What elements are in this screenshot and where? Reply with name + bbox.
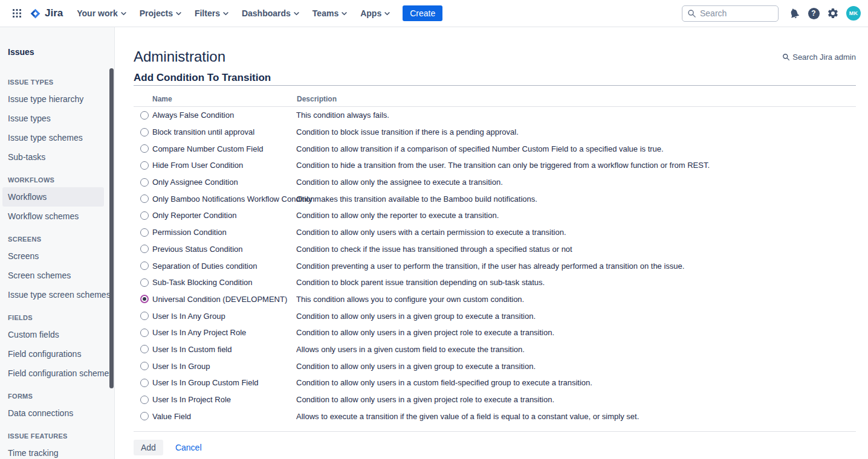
chevron-down-icon [223, 11, 228, 16]
condition-radio[interactable] [140, 312, 149, 320]
sidebar-item-screen-schemes[interactable]: Screen schemes [2, 266, 104, 285]
condition-description: Condition to allow only users with a cer… [296, 228, 856, 237]
search-jira-admin-label: Search Jira admin [792, 53, 856, 62]
sidebar-scrollbar[interactable] [109, 68, 114, 388]
condition-radio[interactable] [140, 228, 149, 237]
condition-radio[interactable] [140, 262, 149, 270]
nav-item-label: Dashboards [242, 8, 291, 18]
nav-item-teams[interactable]: Teams [306, 4, 354, 23]
condition-row-sub-task-blocking-condition[interactable]: Sub-Task Blocking ConditionCondition to … [134, 274, 856, 291]
sidebar-item-issue-types[interactable]: Issue types [2, 109, 104, 128]
notifications-button[interactable] [785, 4, 804, 23]
sidebar-item-screens[interactable]: Screens [2, 246, 104, 266]
jira-logo-text: Jira [45, 7, 63, 19]
cancel-link[interactable]: Cancel [175, 443, 202, 452]
condition-radio[interactable] [140, 345, 149, 353]
sidebar-item-time-tracking[interactable]: Time tracking [2, 443, 104, 459]
condition-description: Condition to block parent issue transiti… [296, 278, 856, 287]
column-header-description: Description [297, 95, 856, 103]
condition-radio[interactable] [140, 161, 149, 170]
sidebar-section-header-fields: FIELDS [8, 314, 106, 322]
main-header: Administration Search Jira admin [134, 49, 856, 65]
condition-description: This condition always fails. [296, 111, 856, 120]
jira-logo[interactable]: Jira [29, 7, 63, 20]
sidebar-section-header-screens: SCREENS [8, 236, 106, 243]
condition-description: Condition to allow only users in a given… [296, 328, 856, 337]
condition-row-value-field[interactable]: Value FieldAllows to execute a transitio… [134, 408, 856, 425]
nav-item-filters[interactable]: Filters [188, 4, 235, 23]
user-avatar[interactable]: MK [846, 6, 861, 21]
sidebar-item-workflow-schemes[interactable]: Workflow schemes [2, 207, 104, 226]
nav-item-apps[interactable]: Apps [354, 4, 397, 23]
condition-row-user-is-in-custom-field[interactable]: User Is In Custom fieldAllows only users… [134, 341, 856, 358]
condition-radio[interactable] [140, 178, 149, 187]
condition-row-hide-from-user-condition[interactable]: Hide From User ConditionCondition to hid… [134, 157, 856, 174]
jira-admin-page: Jira Your workProjectsFiltersDashboardsT… [0, 0, 868, 459]
sidebar-item-data-connections[interactable]: Data connections [2, 403, 104, 423]
condition-row-user-is-in-any-group[interactable]: User Is In Any GroupCondition to allow o… [134, 307, 856, 324]
condition-radio[interactable] [140, 211, 149, 220]
search-input[interactable] [700, 8, 766, 18]
condition-radio[interactable] [140, 362, 149, 370]
nav-search-box[interactable] [682, 5, 779, 22]
condition-row-only-reporter-condition[interactable]: Only Reporter ConditionCondition to allo… [134, 207, 856, 224]
create-button[interactable]: Create [403, 5, 442, 21]
condition-row-permission-condition[interactable]: Permission ConditionCondition to allow o… [134, 224, 856, 241]
condition-description: This condition allows you to configure y… [296, 295, 856, 304]
sidebar-item-sub-tasks[interactable]: Sub-tasks [2, 147, 104, 167]
condition-name: Block transition until approval [152, 127, 296, 136]
admin-search-icon [782, 53, 790, 61]
condition-row-user-is-in-project-role[interactable]: User Is In Project RoleCondition to allo… [134, 391, 856, 408]
condition-radio[interactable] [140, 379, 149, 387]
nav-item-dashboards[interactable]: Dashboards [235, 4, 306, 23]
nav-item-label: Filters [195, 8, 220, 18]
condition-radio-selected[interactable] [140, 295, 149, 303]
condition-row-always-false-condition[interactable]: Always False ConditionThis condition alw… [134, 107, 856, 124]
settings-button[interactable] [823, 4, 843, 23]
chevron-down-icon [384, 11, 390, 16]
sidebar-item-issue-type-schemes[interactable]: Issue type schemes [2, 128, 104, 147]
condition-radio[interactable] [140, 111, 149, 120]
sidebar-item-field-configurations[interactable]: Field configurations [2, 344, 104, 364]
condition-description: Condition to allow only users in a custo… [296, 378, 856, 387]
condition-row-block-transition-until-approval[interactable]: Block transition until approvalCondition… [134, 124, 856, 141]
condition-name: Only Assignee Condition [152, 178, 296, 187]
condition-name: User Is In Any Group [152, 312, 296, 321]
nav-item-your-work[interactable]: Your work [70, 4, 132, 23]
help-button[interactable]: ? [804, 4, 823, 23]
condition-row-previous-status-condition[interactable]: Previous Status ConditionCondition to ch… [134, 241, 856, 258]
condition-row-user-is-in-group[interactable]: User Is In GroupCondition to allow only … [134, 358, 856, 374]
nav-item-label: Teams [313, 8, 338, 18]
nav-item-projects[interactable]: Projects [133, 4, 188, 23]
condition-name: Only Reporter Condition [152, 211, 296, 220]
condition-row-only-assignee-condition[interactable]: Only Assignee ConditionCondition to allo… [134, 174, 856, 191]
condition-radio[interactable] [140, 278, 149, 287]
sidebar-item-field-configuration-schemes[interactable]: Field configuration schemes [2, 364, 104, 383]
sidebar-title: Issues [8, 47, 106, 57]
condition-row-universal-condition-development[interactable]: Universal Condition (DEVELOPMENT)This co… [134, 291, 856, 308]
condition-radio[interactable] [140, 128, 149, 136]
condition-name: User Is In Any Project Role [152, 328, 296, 337]
condition-radio[interactable] [140, 144, 149, 153]
search-jira-admin-link[interactable]: Search Jira admin [782, 53, 856, 62]
condition-radio[interactable] [140, 245, 149, 253]
sidebar-item-custom-fields[interactable]: Custom fields [2, 325, 104, 344]
condition-row-compare-number-custom-field[interactable]: Compare Number Custom FieldCondition to … [134, 140, 856, 157]
condition-row-separation-of-duties-condition[interactable]: Separation of Duties conditionCondition … [134, 257, 856, 274]
sidebar-item-issue-type-screen-schemes[interactable]: Issue type screen schemes [2, 285, 104, 304]
condition-row-only-bamboo-notifications-workflow-condition[interactable]: Only Bamboo Notifications Workflow Condi… [134, 190, 856, 207]
sidebar-item-issue-type-hierarchy[interactable]: Issue type hierarchy [2, 89, 104, 109]
app-switcher-button[interactable] [7, 4, 27, 23]
condition-radio[interactable] [140, 412, 149, 420]
condition-row-user-is-in-group-custom-field[interactable]: User Is In Group Custom FieldCondition t… [134, 374, 856, 391]
condition-radio[interactable] [140, 329, 149, 337]
condition-row-user-is-in-any-project-role[interactable]: User Is In Any Project RoleCondition to … [134, 324, 856, 341]
sidebar-section-header-issue-types: ISSUE TYPES [8, 79, 106, 86]
add-button[interactable]: Add [134, 440, 163, 455]
sidebar-item-workflows[interactable]: Workflows [2, 187, 104, 207]
condition-radio[interactable] [140, 194, 149, 203]
search-icon [687, 9, 696, 18]
condition-radio[interactable] [140, 396, 149, 404]
condition-description: Condition to allow transition if a compa… [296, 144, 856, 153]
condition-name: Value Field [152, 412, 296, 421]
